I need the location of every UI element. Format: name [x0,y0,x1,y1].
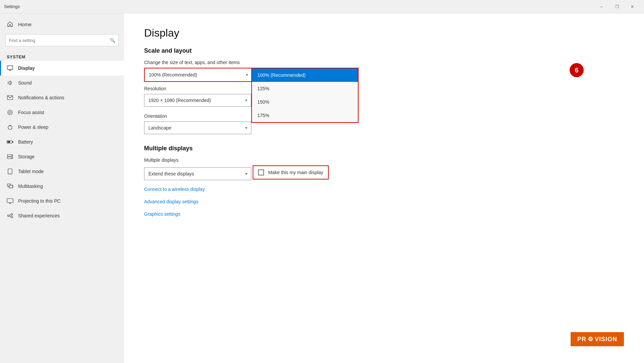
page-title: Display [144,27,624,39]
orientation-label: Orientation [144,113,624,119]
titlebar-title: Settings [4,4,594,9]
svg-line-26 [9,215,11,215]
multiple-displays-title: Multiple displays [144,145,624,152]
sidebar-item-multitasking[interactable]: Multitasking [0,179,124,194]
scale-dropdown-popup: 100% (Recommended) 125% 150% 175% [251,68,359,123]
main-display-checkbox-wrapper: Make this my main display [253,165,328,179]
titlebar-controls: ─ ❐ ✕ [594,0,640,13]
orientation-dropdown-wrapper: Landscape Portrait Landscape (flipped) P… [144,121,251,134]
power-icon [7,124,13,131]
sidebar-item-power[interactable]: Power & sleep [0,120,124,135]
svg-point-5 [9,111,11,113]
resolution-section: Resolution 1920 × 1080 (Recommended) 128… [144,86,624,107]
focus-icon [7,109,13,116]
svg-rect-0 [7,66,13,69]
svg-point-23 [8,215,9,217]
multitasking-icon [7,183,13,190]
sidebar-item-display[interactable]: Display [0,61,124,75]
sidebar-item-label-shared: Shared experiences [18,213,60,218]
svg-rect-10 [12,141,13,143]
content-area: Display Scale and layout Change the size… [124,13,644,363]
sidebar-item-label-storage: Storage [18,154,35,159]
scale-dropdown[interactable]: 100% (Recommended) 125% 150% 175% [145,68,252,81]
notifications-icon [7,94,13,101]
change-size-label: Change the size of text, apps, and other… [144,60,624,65]
home-icon [7,21,13,28]
scale-dropdown-container: 100% (Recommended) 125% 150% 175% ▾ [144,68,253,82]
close-button[interactable]: ✕ [625,0,640,13]
scale-open-wrapper: 100% (Recommended) 125% 150% 175% ▾ 100%… [144,68,253,86]
sidebar-item-focus[interactable]: Focus assist [0,105,124,120]
shared-icon [7,212,13,219]
maximize-button[interactable]: ❐ [609,0,625,13]
orientation-section: Orientation Landscape Portrait Landscape… [144,113,624,134]
svg-point-24 [11,214,13,215]
main-layout: Home 🔍 System Display Sound Notificatio [0,13,644,363]
sidebar-item-shared[interactable]: Shared experiences [0,208,124,223]
sidebar-search[interactable]: 🔍 [5,34,119,46]
main-display-label: Make this my main display [268,170,323,175]
svg-point-13 [11,155,12,156]
connect-wireless-link[interactable]: Connect to a wireless display [144,187,205,192]
multiple-displays-dropdown[interactable]: Extend these displays Duplicate these di… [144,167,251,180]
storage-icon [7,153,13,160]
svg-point-25 [11,216,13,218]
sidebar-item-label-projecting: Projecting to this PC [18,198,61,204]
orientation-dropdown[interactable]: Landscape Portrait Landscape (flipped) P… [144,121,251,134]
sidebar-item-tablet[interactable]: Tablet mode [0,164,124,179]
titlebar: Settings ─ ❐ ✕ [0,0,644,13]
sidebar-item-notifications[interactable]: Notifications & actions [0,90,124,105]
provision-logo-text2: VISION [595,336,617,343]
sound-icon [7,80,13,86]
provision-logo-icon: ⚙ [588,335,593,343]
svg-rect-18 [9,185,13,188]
sidebar-item-label-power: Power & sleep [18,124,48,130]
sidebar-item-label-notifications: Notifications & actions [18,95,64,100]
scale-option-100[interactable]: 100% (Recommended) [252,68,358,82]
sidebar-item-label-battery: Battery [18,139,33,145]
scale-option-150[interactable]: 150% [252,95,358,109]
scale-dropdown-wrapper: 100% (Recommended) 125% 150% 175% ▾ [145,68,252,81]
svg-line-27 [9,216,11,217]
advanced-display-link[interactable]: Advanced display settings [144,199,198,204]
sidebar-item-label-sound: Sound [18,80,31,86]
scale-option-175[interactable]: 175% [252,109,358,122]
resolution-dropdown-wrapper: 1920 × 1080 (Recommended) 1280 × 720 102… [144,94,251,107]
search-icon: 🔍 [110,38,115,43]
resolution-label: Resolution [144,86,624,91]
provision-logo-text: PR [577,336,586,343]
resolution-dropdown[interactable]: 1920 × 1080 (Recommended) 1280 × 720 102… [144,94,251,107]
scale-section-title: Scale and layout [144,47,624,54]
svg-point-16 [10,173,10,174]
tablet-icon [7,168,13,175]
svg-point-4 [8,110,12,115]
home-label: Home [18,21,31,27]
graphics-link[interactable]: Graphics settings [144,211,180,217]
display-icon [7,65,13,71]
sidebar-item-storage[interactable]: Storage [0,149,124,164]
multiple-displays-dropdown-wrapper: Extend these displays Duplicate these di… [144,167,251,180]
sidebar: Home 🔍 System Display Sound Notificatio [0,13,124,363]
minimize-button[interactable]: ─ [594,0,609,13]
main-display-checkbox[interactable] [258,169,264,175]
sidebar-item-label-focus: Focus assist [18,110,44,115]
sidebar-item-label-display: Display [18,65,35,71]
badge-6: 6 [570,63,584,77]
sidebar-home[interactable]: Home [0,17,124,31]
battery-icon [7,139,13,145]
svg-rect-9 [8,141,10,143]
sidebar-section-header: System [0,52,124,61]
sidebar-item-label-multitasking: Multitasking [18,184,43,189]
multiple-displays-label: Multiple displays [144,157,624,163]
sidebar-item-label-tablet: Tablet mode [18,169,44,174]
sidebar-item-sound[interactable]: Sound [0,75,124,90]
multiple-displays-section: Multiple displays Multiple displays Exte… [144,145,624,223]
svg-point-14 [11,158,12,158]
sidebar-item-battery[interactable]: Battery [0,135,124,149]
projecting-icon [7,198,13,204]
search-input[interactable] [5,34,119,46]
sidebar-item-projecting[interactable]: Projecting to this PC [0,194,124,208]
scale-option-125[interactable]: 125% [252,82,358,95]
svg-rect-20 [7,199,13,203]
provision-logo: PR ⚙ VISION [571,332,624,346]
